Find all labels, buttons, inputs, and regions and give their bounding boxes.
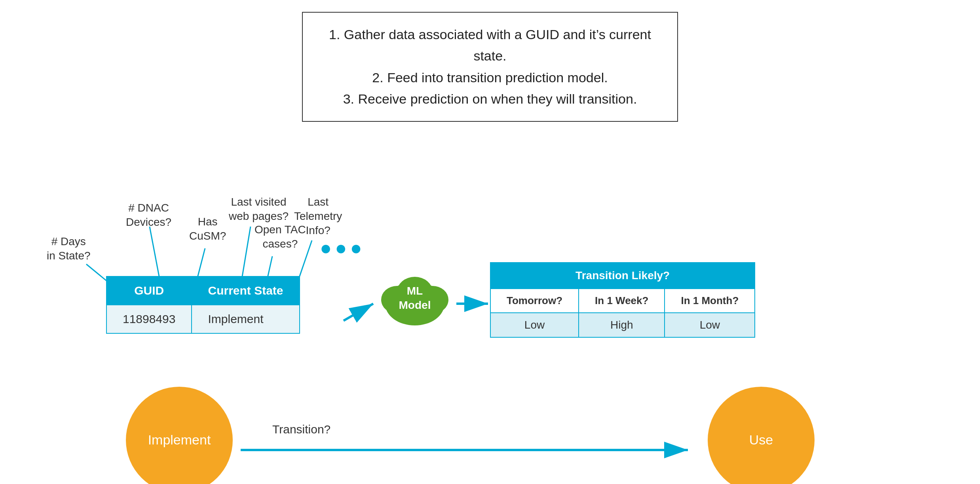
desc-line2: 2. Feed into transition prediction model… bbox=[372, 70, 608, 85]
col-1month: In 1 Month? bbox=[665, 289, 755, 313]
guid-col-header: GUID bbox=[106, 276, 192, 305]
dots-decoration: ●●● bbox=[320, 236, 365, 259]
label-has-cusm: Has CuSM? bbox=[189, 215, 226, 244]
label-days-in-state: # Days in State? bbox=[47, 234, 91, 263]
current-state-col-header: Current State bbox=[192, 276, 299, 305]
guid-value: 11898493 bbox=[106, 305, 192, 333]
val-tomorrow: Low bbox=[490, 313, 579, 337]
description-text: 1. Gather data associated with a GUID an… bbox=[327, 24, 653, 110]
use-circle: Use bbox=[708, 387, 815, 484]
label-last-visited: Last visited web pages? bbox=[229, 195, 289, 224]
result-table-wrapper: Transition Likely? Tomorrow? In 1 Week? … bbox=[490, 262, 755, 338]
label-last-telemetry: Last Telemetry Info? bbox=[294, 195, 342, 238]
diagram-area: # Days in State? # DNAC Devices? Has CuS… bbox=[35, 149, 945, 484]
label-dnac-devices: # DNAC Devices? bbox=[126, 201, 171, 230]
col-1week: In 1 Week? bbox=[579, 289, 665, 313]
desc-line1: 1. Gather data associated with a GUID an… bbox=[329, 27, 651, 63]
transition-label: Transition? bbox=[272, 423, 330, 436]
ml-model-label: ML Model bbox=[381, 284, 448, 313]
current-state-value: Implement bbox=[192, 305, 299, 333]
svg-line-7 bbox=[344, 304, 373, 321]
result-header: Transition Likely? bbox=[490, 263, 755, 289]
col-tomorrow: Tomorrow? bbox=[490, 289, 579, 313]
description-box: 1. Gather data associated with a GUID an… bbox=[302, 12, 678, 122]
val-1month: Low bbox=[665, 313, 755, 337]
val-1week: High bbox=[579, 313, 665, 337]
desc-line3: 3. Receive prediction on when they will … bbox=[343, 91, 637, 106]
result-table: Transition Likely? Tomorrow? In 1 Week? … bbox=[490, 262, 755, 338]
implement-circle: Implement bbox=[126, 387, 233, 484]
guid-table: GUID Current State 11898493 Implement bbox=[106, 276, 300, 334]
